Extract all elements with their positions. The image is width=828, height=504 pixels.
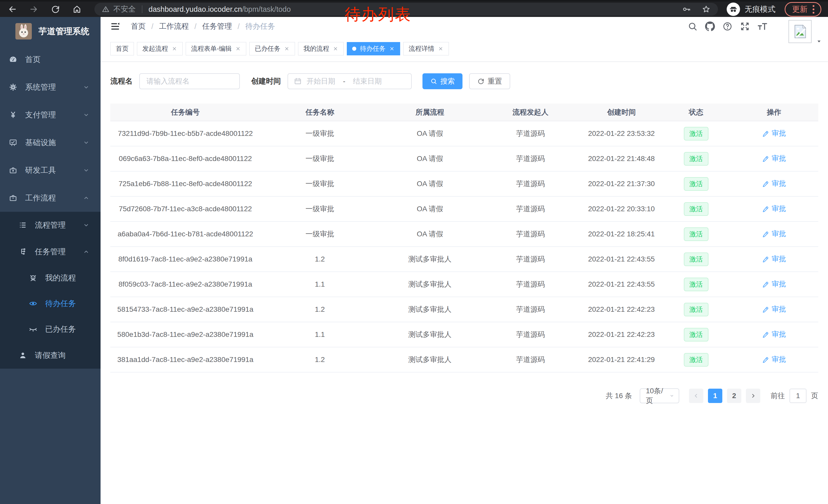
cell-id: 75d72608-7b7f-11ec-a3c8-acde48001122	[110, 196, 260, 222]
sidebar-item-7[interactable]: 任务管理	[0, 238, 100, 265]
date-range-picker[interactable]: 开始日期 - 结束日期	[288, 73, 412, 89]
tab-label: 流程表单-编辑	[191, 44, 232, 53]
sidebar-item-4[interactable]: 研发工具	[0, 156, 100, 184]
tab-3[interactable]: 已办任务	[249, 42, 295, 55]
approve-link[interactable]: 审批	[762, 179, 786, 188]
app-logo-row[interactable]: 芋道管理系统	[0, 17, 100, 46]
tab-close-icon[interactable]	[235, 46, 241, 51]
flow-icon	[18, 247, 27, 256]
security-label[interactable]: 不安全	[113, 4, 136, 14]
prev-page-button[interactable]	[689, 388, 703, 403]
browser-menu-icon[interactable]	[813, 5, 815, 13]
sidebar-item-5[interactable]: 工作流程	[0, 184, 100, 212]
process-name-input[interactable]: 请输入流程名	[139, 73, 240, 89]
goto-page-input[interactable]: 1	[790, 388, 806, 403]
status-badge: 激活	[684, 227, 708, 241]
tab-close-icon[interactable]	[172, 46, 177, 51]
approve-link[interactable]: 审批	[762, 254, 786, 264]
tab-label: 流程详情	[409, 44, 434, 53]
breadcrumb-task-mgmt[interactable]: 任务管理	[202, 21, 232, 32]
cell-id: 381aa1dd-7ac8-11ec-a9e2-a2380e71991a	[110, 347, 260, 372]
cell-created: 2022-01-21 22:42:23	[580, 322, 663, 347]
eye-icon	[29, 299, 37, 308]
top-header: 首页 / 工作流程 / 任务管理 / 待办任务	[100, 17, 828, 36]
cell-created: 2022-01-21 22:41:29	[580, 347, 663, 372]
sidebar-item-10[interactable]: 已办任务	[0, 316, 100, 342]
cell-name: 1.1	[260, 272, 379, 297]
tab-close-icon[interactable]	[333, 46, 338, 51]
approve-link[interactable]: 审批	[762, 279, 786, 289]
sidebar-item-label: 流程管理	[35, 220, 83, 230]
column-header: 操作	[730, 103, 818, 121]
sidebar-item-9[interactable]: 待办任务	[0, 291, 100, 316]
cell-starter: 芋道源码	[481, 272, 580, 297]
tab-close-icon[interactable]	[389, 46, 395, 51]
approve-link[interactable]: 审批	[762, 355, 786, 364]
reset-button[interactable]: 重置	[469, 73, 510, 89]
bookmark-star-icon[interactable]	[702, 5, 711, 14]
header-search-icon[interactable]	[688, 21, 698, 32]
next-page-button[interactable]	[746, 388, 760, 403]
approve-link[interactable]: 审批	[762, 129, 786, 138]
avatar-dropdown-caret-icon[interactable]	[816, 38, 822, 45]
cell-id: 725a1eb6-7b88-11ec-8ef0-acde48001122	[110, 171, 260, 196]
cell-name: 1.2	[260, 297, 379, 322]
tab-2[interactable]: 流程表单-编辑	[186, 42, 246, 55]
tab-6[interactable]: 流程详情	[403, 42, 449, 55]
breadcrumb-workflow[interactable]: 工作流程	[159, 21, 189, 32]
update-label[interactable]: 更新	[792, 4, 808, 15]
list-icon	[18, 221, 27, 229]
fullscreen-icon[interactable]	[740, 21, 750, 32]
user-icon	[18, 351, 27, 360]
tab-close-icon[interactable]	[438, 46, 444, 51]
tab-5[interactable]: 待办任务	[347, 42, 400, 55]
page-button-2[interactable]: 2	[727, 388, 741, 403]
tab-label: 已办任务	[255, 44, 280, 53]
search-button[interactable]: 搜索	[422, 73, 462, 89]
tab-close-icon[interactable]	[284, 46, 290, 51]
browser-back-icon[interactable]	[7, 4, 18, 15]
start-date-placeholder[interactable]: 开始日期	[306, 77, 335, 86]
approve-link[interactable]: 审批	[762, 329, 786, 339]
url-host: dashboard.yudao.iocoder.cn	[149, 5, 242, 13]
page-button-1[interactable]: 1	[708, 388, 722, 403]
browser-home-icon[interactable]	[71, 4, 83, 15]
chevron-down-icon	[83, 111, 90, 119]
breadcrumb-home[interactable]: 首页	[131, 21, 146, 32]
browser-forward-icon[interactable]	[28, 4, 40, 15]
browser-update-button[interactable]: 更新	[785, 2, 821, 17]
sidebar-item-3[interactable]: 基础设施	[0, 129, 100, 156]
tab-label: 我的流程	[303, 44, 329, 53]
password-key-icon[interactable]	[682, 5, 691, 14]
end-date-placeholder[interactable]: 结束日期	[353, 77, 382, 86]
sidebar-item-0[interactable]: 首页	[0, 46, 100, 73]
help-icon[interactable]	[722, 21, 733, 32]
browser-reload-icon[interactable]	[50, 4, 61, 15]
github-icon[interactable]	[705, 21, 715, 32]
tab-1[interactable]: 发起流程	[137, 42, 182, 55]
sidebar-menu: 首页系统管理支付管理基础设施研发工具工作流程流程管理任务管理我的流程待办任务已办…	[0, 46, 100, 369]
approve-link[interactable]: 审批	[762, 229, 786, 239]
tab-0[interactable]: 首页	[110, 42, 134, 55]
column-header: 流程发起人	[481, 103, 580, 121]
page-size-select[interactable]: 10条/页	[640, 388, 679, 403]
address-bar[interactable]: 不安全 dashboard.yudao.iocoder.cn/bpm/task/…	[94, 3, 718, 16]
approve-link[interactable]: 审批	[762, 204, 786, 214]
approve-link[interactable]: 审批	[762, 153, 786, 163]
pen-icon	[762, 230, 769, 237]
sidebar-item-2[interactable]: 支付管理	[0, 101, 100, 129]
font-size-icon[interactable]	[757, 21, 768, 32]
cell-starter: 芋道源码	[481, 146, 580, 171]
sidebar-collapse-icon[interactable]	[110, 21, 121, 32]
tab-4[interactable]: 我的流程	[298, 42, 344, 55]
security-warning-icon[interactable]	[101, 5, 110, 13]
cell-starter: 芋道源码	[481, 121, 580, 146]
sidebar-item-11[interactable]: 请假查询	[0, 342, 100, 369]
sidebar-item-6[interactable]: 流程管理	[0, 212, 100, 238]
incognito-icon	[727, 3, 740, 16]
approve-link[interactable]: 审批	[762, 304, 786, 314]
user-avatar-broken-image[interactable]	[788, 20, 812, 43]
sidebar-item-1[interactable]: 系统管理	[0, 73, 100, 101]
sidebar-item-8[interactable]: 我的流程	[0, 265, 100, 291]
chevron-down-icon	[669, 393, 675, 399]
